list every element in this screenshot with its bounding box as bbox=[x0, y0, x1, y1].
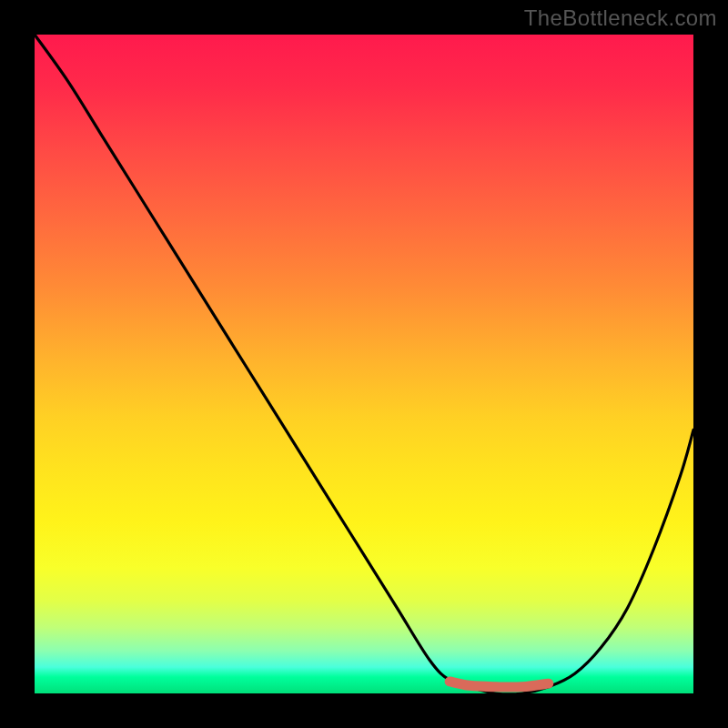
watermark-text: TheBottleneck.com bbox=[524, 5, 717, 31]
curve-svg bbox=[35, 35, 693, 693]
gradient-plot-area bbox=[35, 35, 693, 693]
highlight-segment-path bbox=[450, 682, 549, 687]
bottleneck-curve-path bbox=[35, 35, 693, 694]
chart-frame: TheBottleneck.com bbox=[0, 0, 728, 728]
